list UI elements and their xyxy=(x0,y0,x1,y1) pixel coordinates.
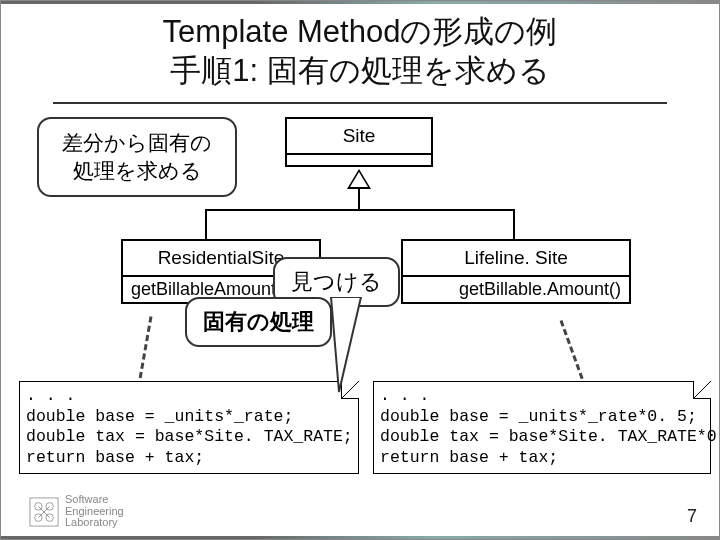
speech-unique: 固有の処理 xyxy=(185,297,332,347)
inheritance-arrow-icon xyxy=(347,169,371,189)
callout-text: 差分から固有の 処理を求める xyxy=(57,129,217,185)
bottom-decorative-bar xyxy=(1,536,719,539)
uml-connector xyxy=(358,189,360,209)
title-line-1: Template Methodの形成の例 xyxy=(1,13,719,52)
uml-empty-compartment xyxy=(287,155,431,165)
uml-method: getBillable.Amount() xyxy=(403,277,629,302)
uml-class-lifeline: Lifeline. Site getBillable.Amount() xyxy=(401,239,631,304)
code-note-right: . . . double base = _units*_rate*0. 5; d… xyxy=(373,381,711,474)
uml-connector xyxy=(513,209,515,239)
title-line-2: 手順1: 固有の処理を求める xyxy=(1,52,719,91)
uml-class-site: Site xyxy=(285,117,433,167)
speech-text: 固有の処理 xyxy=(203,309,314,334)
uml-class-name: Site xyxy=(287,119,431,153)
code-note-left: . . . double base = _units*_rate; double… xyxy=(19,381,359,474)
speech-text: 見つける xyxy=(291,269,382,294)
title-underline xyxy=(53,102,667,104)
note-fold-icon xyxy=(693,381,711,399)
logo-icon xyxy=(29,497,59,527)
logo-text: Software Engineering Laboratory xyxy=(65,494,124,529)
uml-class-name: Lifeline. Site xyxy=(403,241,629,275)
slide-number: 7 xyxy=(687,506,697,527)
code-text: . . . double base = _units*_rate*0. 5; d… xyxy=(380,386,704,469)
logo: Software Engineering Laboratory xyxy=(29,494,124,529)
callout-step: 差分から固有の 処理を求める xyxy=(37,117,237,197)
uml-connector xyxy=(205,209,515,211)
code-text: . . . double base = _units*_rate; double… xyxy=(26,386,352,469)
uml-connector xyxy=(205,209,207,239)
svg-marker-0 xyxy=(331,297,361,392)
page-title: Template Methodの形成の例 手順1: 固有の処理を求める xyxy=(1,13,719,91)
top-decorative-bar xyxy=(1,1,719,4)
